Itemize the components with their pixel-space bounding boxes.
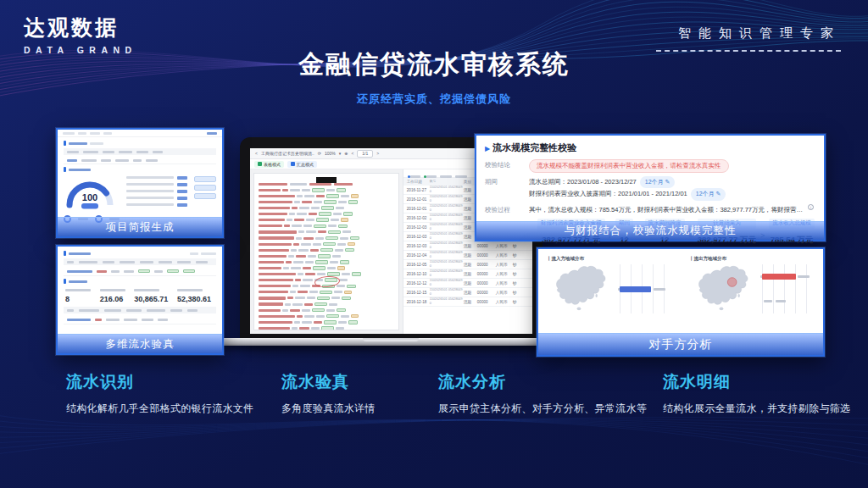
edit-icon[interactable]: ✎ [716,191,721,197]
table-cell: 人民币 [496,272,513,276]
outflow-map-section: 丨流出方地域分布 [681,249,823,333]
table-cell: 00000 [477,281,496,286]
statement-row [259,308,394,313]
counterparty-content: 丨流入方地域分布 丨流出方地域分布 [538,249,823,333]
statement-row [259,248,394,252]
table-cell: 1102026501 056286490 [430,195,464,202]
feature-title: 流水识别 [66,371,285,393]
table-cell: 1102026501 056286490 [430,186,464,193]
slide: 达观数据 DATA GRAND 智能知识管理专家 金融信贷流水审核系统 还原经营… [0,0,868,488]
conclusion-label: 校验结论 [485,159,529,169]
side-chip-list [194,175,216,202]
tab-summary-mode[interactable]: 汇总模式 [287,161,317,168]
gauge-score-value: 100 [82,192,97,202]
statement-row [259,225,394,229]
table-cell: 活期 [464,244,477,248]
stat-label-skeleton [177,289,203,291]
table-cell: 00000 [477,272,496,276]
section-flow-health [64,167,216,172]
outflow-bar-chart [762,264,816,313]
table-row[interactable]: 2016-12-151102026501 056286490活期00000人民币… [403,288,532,297]
verify-table2-header [64,307,216,313]
inflow-bar [620,286,651,292]
table-row[interactable]: 2016-12-051102026501 056286490活期00000人民币… [403,260,532,269]
table-cell: 00000 [477,291,496,295]
table-cell: 00000 [477,300,496,304]
conclusion-row: 校验结论 流水规模不能覆盖财报利润表中营业收入金额，请检查流水真实性 [485,159,815,173]
stat-label-skeleton [134,289,159,291]
laptop-notch [363,338,419,341]
flow-period-line: 流水总期间：2023/01/08 - 2023/12/2712个月 ✎ [529,176,726,188]
bank-statement-scan [253,173,399,330]
score-gauge: 100 [64,175,120,223]
stat-item: 8 [65,289,91,303]
stat-value: 30,865.71 [134,295,168,303]
zoom-level[interactable]: 100% [325,151,336,156]
edit-icon[interactable]: ✎ [665,179,670,185]
inflow-map-title: 丨流入方地域分布 [547,256,674,262]
table-cell: 活期 [464,253,477,258]
china-map-outflow [689,263,757,314]
feature-3: 流水分析展示申贷主体分析、对手方分析、异常流水等 [438,371,657,416]
statement-row [259,254,394,258]
statement-row [259,320,394,324]
process-label: 校验过程 [485,204,529,214]
table-cell: 钞 [513,281,521,286]
report-period-line: 财报利润表营业收入披露期间：2021/01/01 - 2021/12/0112个… [529,188,726,200]
stat-label-skeleton [65,289,91,291]
statement-row [259,212,394,216]
mini-table-row [64,157,216,164]
hotspot-marker [727,278,737,287]
table-cell: 2016-12-05 [407,263,430,267]
table-cell: 钞 [513,291,521,295]
stat-item: 52,380.61 [177,289,211,303]
chevron-down-icon[interactable]: ▾ [339,151,342,156]
zoom-in-icon[interactable]: ⊕ [344,151,348,156]
section-statistics [64,279,216,284]
period-tag[interactable]: 12个月 ✎ [691,188,726,200]
table-row[interactable]: 2016-12-101102026501 056286490活期00000人民币… [403,269,532,279]
check-list [126,175,187,210]
inflow-bar-chart [620,264,674,313]
page-indicator[interactable]: 1/1 [357,150,373,158]
next-page-icon[interactable]: > [376,151,379,156]
table-cell: 2016-12-02 [407,216,430,220]
tab-table-mode[interactable]: 表格模式 [254,161,284,168]
panel-caption-integrity: 与财报结合，校验流水规模完整性 [476,221,824,240]
statement-header [259,183,394,186]
table-cell: 2016-12-10 [407,272,430,276]
table-cell: 人民币 [496,253,513,258]
panel-multi-verification: 8216.0630,865.7152,380.61 多维流水验真 [56,245,224,355]
outflow-map-title: 丨流出方地域分布 [689,256,816,262]
section-file-quality [64,251,216,256]
period-tag[interactable]: 12个月 ✎ [640,176,676,188]
table-cell: 活期 [464,281,477,286]
table-cell: 1102026501 056286490 [430,251,464,258]
feature-desc: 结构化展示全量流水，并支持剔除与筛选 [663,402,865,416]
china-map-inflow [547,263,615,314]
refresh-icon[interactable]: ⟳ [318,151,321,156]
tab-label: 汇总模式 [297,162,314,167]
statement-row [259,291,394,295]
table-row[interactable]: 2016-12-121102026501 056286490活期00000人民币… [403,279,532,288]
summary-mode-icon [291,162,295,166]
period-label: 期间 [485,176,529,186]
panel-report-generation: 100 [56,128,224,238]
info-icon[interactable]: i [808,204,814,210]
back-icon[interactable]: < [255,151,258,156]
table-cell: 2016-12-12 [407,281,430,286]
statement-row [259,188,394,192]
page-subtitle: 还原经营实质、挖掘偿债风险 [0,92,868,107]
statement-row [259,194,394,198]
column-header: 账号 [430,180,464,184]
prev-page-icon[interactable]: < [351,151,353,156]
table-row[interactable]: 2016-12-181102026501 056286490活期00000人民币… [403,297,532,307]
stat-row: 8216.0630,865.7152,380.61 [64,286,216,307]
statement-row [259,297,394,301]
statement-rows [259,188,394,330]
inflow-map-section: 丨流入方地域分布 [538,249,681,333]
table-row[interactable]: 2016-12-041102026501 056286490活期00000人民币… [403,251,532,260]
table-cell: 00000 [477,263,496,267]
panel-caption-report: 项目简报生成 [58,217,222,236]
table-cell: 人民币 [496,291,513,295]
